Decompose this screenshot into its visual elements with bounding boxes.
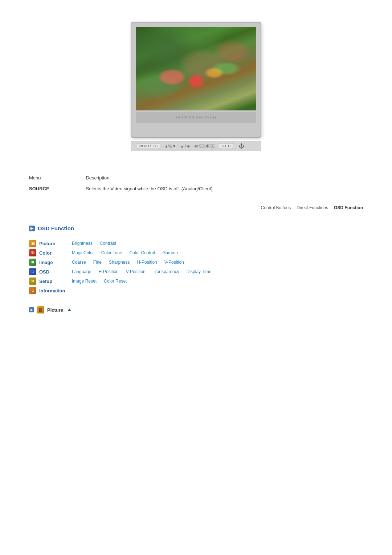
table-row: SOURCE Selects the Video signal while th…: [29, 183, 363, 195]
picture-expand-triangle[interactable]: [68, 308, 71, 311]
osd-row-picture: 🖼 Picture Brightness Contrast: [29, 239, 363, 248]
picture-expand-label: Picture: [47, 307, 63, 313]
setup-item-imagereset[interactable]: Image Reset: [72, 279, 104, 284]
info-icon: ℹ: [29, 287, 36, 294]
setup-icon: ⚙: [29, 278, 36, 285]
osd-section: ▶ OSD Function 🖼 Picture Brightness Cont…: [0, 225, 392, 313]
setup-category[interactable]: Setup: [39, 279, 72, 284]
col-desc-header: Description: [86, 173, 363, 183]
osd-icon-cell: □: [29, 268, 39, 275]
osd-row-information: ℹ Information: [29, 286, 363, 295]
col-menu-header: Menu: [29, 173, 86, 183]
osd-item-displaytime[interactable]: Display Time: [187, 269, 219, 274]
expand-arrow-icon[interactable]: ▶: [29, 307, 34, 312]
color-icon: 🎨: [29, 249, 36, 256]
monitor-bezel: SAMSUNG SyncMaster: [136, 112, 256, 123]
picture-item-brightness[interactable]: Brightness: [72, 241, 100, 246]
osd-row-image: ⊞ Image Coarse Fine Sharpness H-Position…: [29, 258, 363, 267]
osd-row-color: 🎨 Color MagicColor Color Tone Color Cont…: [29, 248, 363, 258]
color-category[interactable]: Color: [39, 250, 72, 256]
image-item-fine[interactable]: Fine: [93, 260, 109, 265]
osd-item-transparency[interactable]: Transparency: [153, 269, 187, 274]
expand-picture-icon: 🖼: [37, 306, 44, 313]
picture-item-contrast[interactable]: Contrast: [100, 241, 123, 246]
menu-button[interactable]: MENU / □□□: [137, 143, 160, 149]
tab-direct-functions[interactable]: Direct Functions: [297, 205, 328, 210]
color-item-gamma[interactable]: Gamma: [162, 250, 185, 255]
monitor-controls: MENU / □□□ ▲%/▼ ▲ / ⊕ ⊕/ SOURCE AUTO ⏻: [131, 141, 261, 151]
image-item-hposition[interactable]: H-Position: [137, 260, 164, 265]
image-item-coarse[interactable]: Coarse: [72, 260, 93, 265]
picture-icon: 🖼: [29, 240, 36, 247]
monitor-bezel-text: SAMSUNG SyncMaster: [175, 116, 217, 119]
source-label: SOURCE: [29, 183, 86, 195]
osd-item-language[interactable]: Language: [72, 269, 98, 274]
osd-row-setup: ⚙ Setup Image Reset Color Reset: [29, 276, 363, 286]
setup-item-colorreset[interactable]: Color Reset: [104, 279, 134, 284]
picture-expand-row: ▶ 🖼 Picture: [29, 306, 363, 313]
power-icon[interactable]: ⏻: [239, 143, 244, 149]
image-item-sharpness[interactable]: Sharpness: [109, 260, 137, 265]
osd-section-title: OSD Function: [38, 225, 74, 231]
auto-pos-control[interactable]: ▲ / ⊕: [180, 144, 190, 148]
monitor-outer: SAMSUNG SyncMaster: [131, 22, 261, 138]
osd-icon: □: [29, 268, 36, 275]
brightness-control[interactable]: ▲%/▼: [164, 144, 176, 148]
image-category[interactable]: Image: [39, 260, 72, 265]
color-item-colortone[interactable]: Color Tone: [101, 250, 130, 255]
osd-title-row: ▶ OSD Function: [29, 225, 363, 231]
menu-description-table: Menu Description SOURCE Selects the Vide…: [29, 173, 363, 194]
osd-title-icon: ▶: [29, 226, 35, 231]
tab-control-buttons[interactable]: Control Buttons: [261, 205, 291, 210]
picture-icon-cell: 🖼: [29, 240, 39, 247]
image-item-vposition[interactable]: V-Position: [164, 260, 191, 265]
osd-item-vposition[interactable]: V-Position: [126, 269, 153, 274]
osd-item-hposition[interactable]: H-Position: [98, 269, 126, 274]
color-icon-cell: 🎨: [29, 249, 39, 256]
source-control[interactable]: ⊕/ SOURCE: [194, 144, 215, 148]
auto-button[interactable]: AUTO: [219, 143, 233, 149]
picture-category[interactable]: Picture: [39, 241, 72, 246]
information-category[interactable]: Information: [39, 288, 72, 293]
monitor-section: SAMSUNG SyncMaster MENU / □□□ ▲%/▼ ▲ / ⊕…: [0, 0, 392, 162]
source-description: Selects the Video signal while the OSD i…: [86, 183, 363, 195]
color-item-colorcontrol[interactable]: Color Control: [130, 250, 163, 255]
setup-icon-cell: ⚙: [29, 278, 39, 285]
image-icon: ⊞: [29, 259, 36, 266]
info-icon-cell: ℹ: [29, 287, 39, 294]
table-section: Menu Description SOURCE Selects the Vide…: [0, 162, 392, 202]
image-icon-cell: ⊞: [29, 259, 39, 266]
color-item-magiccolor[interactable]: MagicColor: [72, 250, 101, 255]
monitor-screen: [136, 27, 256, 110]
nav-tabs: Control Buttons Direct Functions OSD Fun…: [0, 202, 392, 214]
osd-row-osd: □ OSD Language H-Position V-Position Tra…: [29, 267, 363, 276]
osd-category[interactable]: OSD: [39, 269, 72, 275]
tab-osd-function[interactable]: OSD Function: [334, 205, 363, 210]
